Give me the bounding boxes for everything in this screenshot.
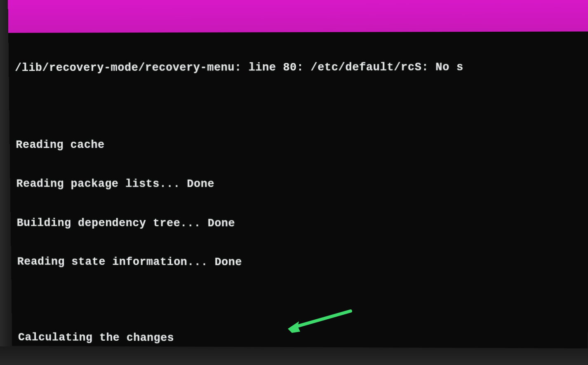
magenta-header-band bbox=[8, 0, 588, 33]
blank-line bbox=[15, 101, 588, 113]
blank-line bbox=[18, 294, 588, 308]
error-line: /lib/recovery-mode/recovery-menu: line 8… bbox=[15, 61, 588, 75]
calculating-line: Calculating the changes bbox=[18, 331, 588, 346]
terminal-output[interactable]: /lib/recovery-mode/recovery-menu: line 8… bbox=[14, 35, 588, 349]
reading-state-line: Reading state information... Done bbox=[17, 255, 588, 269]
reading-cache-line: Reading cache bbox=[16, 139, 588, 152]
reading-packages-line: Reading package lists... Done bbox=[16, 178, 588, 191]
building-tree-line: Building dependency tree... Done bbox=[16, 217, 588, 230]
screen-area: /lib/recovery-mode/recovery-menu: line 8… bbox=[8, 0, 588, 349]
